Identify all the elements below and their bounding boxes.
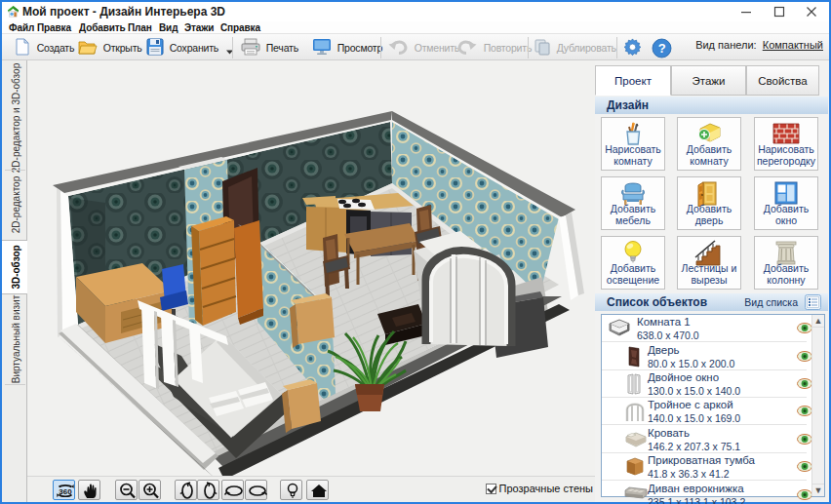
svg-text:?: ? xyxy=(658,41,666,56)
svg-text:360: 360 xyxy=(59,487,72,496)
